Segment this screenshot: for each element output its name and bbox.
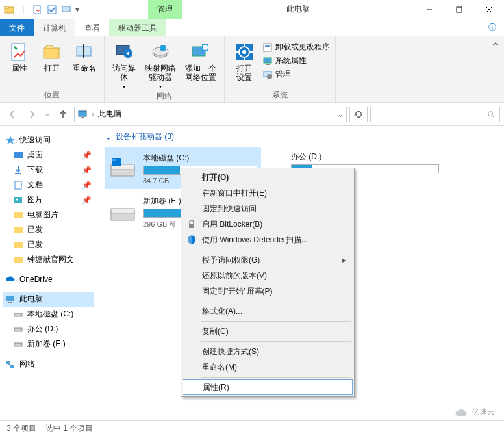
drive-name: 本地磁盘 (C:) bbox=[143, 153, 257, 164]
folder-icon bbox=[13, 225, 23, 235]
section-header[interactable]: ⌄ 设备和驱动器 (3) bbox=[105, 131, 496, 142]
manage-button[interactable]: 管理 bbox=[262, 69, 330, 80]
svg-rect-46 bbox=[14, 257, 23, 263]
sidebar-pictures[interactable]: 图片📌 bbox=[3, 192, 94, 207]
breadcrumb[interactable]: 此电脑 bbox=[98, 109, 121, 120]
sidebar-folder-yifa1[interactable]: 已发 bbox=[3, 222, 94, 237]
sidebar-desktop[interactable]: 桌面📌 bbox=[3, 147, 94, 162]
sidebar-folder-zhongtang[interactable]: 钟塘献官网文 bbox=[3, 252, 94, 267]
svg-line-38 bbox=[492, 115, 495, 118]
sidebar-drive-c[interactable]: 本地磁盘 (C:) bbox=[3, 307, 94, 322]
svg-rect-36 bbox=[81, 117, 84, 118]
add-network-location-button[interactable]: 添加一个 网络位置 bbox=[183, 39, 219, 83]
minimize-button[interactable] bbox=[414, 0, 444, 19]
sidebar-quick-access[interactable]: 快速访问 bbox=[3, 133, 94, 147]
rename-button[interactable]: 重命名 bbox=[70, 39, 99, 73]
sidebar-downloads[interactable]: 下载📌 bbox=[3, 162, 94, 177]
ctx-pin-quick[interactable]: 固定到快速访问 bbox=[183, 201, 353, 216]
maximize-button[interactable] bbox=[444, 0, 474, 19]
context-menu: 打开(O) 在新窗口中打开(E) 固定到快速访问 启用 BitLocker(B)… bbox=[181, 168, 355, 397]
forward-button[interactable] bbox=[23, 106, 40, 123]
help-icon[interactable]: ⓘ bbox=[488, 22, 500, 33]
sidebar-documents[interactable]: 文档📌 bbox=[3, 177, 94, 192]
svg-rect-58 bbox=[112, 159, 116, 161]
open-settings-button[interactable]: 打开 设置 bbox=[230, 39, 258, 83]
ctx-rename[interactable]: 重命名(M) bbox=[183, 359, 353, 375]
tab-file[interactable]: 文件 bbox=[0, 19, 34, 36]
system-properties-button[interactable]: 系统属性 bbox=[262, 55, 330, 66]
tab-drive-tools[interactable]: 驱动器工具 bbox=[109, 19, 166, 36]
sidebar-folder-yifa2[interactable]: 已发 bbox=[3, 237, 94, 252]
folder-icon bbox=[4, 5, 14, 15]
pin-icon: 📌 bbox=[82, 166, 92, 175]
recent-locations-button[interactable] bbox=[43, 106, 52, 123]
ribbon-group-location: 属性 打开 重命名 位置 bbox=[0, 36, 105, 102]
ctx-restore[interactable]: 还原以前的版本(V) bbox=[183, 268, 353, 283]
checkbox-qat-icon[interactable] bbox=[47, 5, 57, 15]
back-button[interactable] bbox=[4, 106, 21, 123]
ribbon-group-network: 访问媒体▾ 映射网络 驱动器▾ 添加一个 网络位置 网络 bbox=[105, 36, 225, 102]
ctx-bitlocker[interactable]: 启用 BitLocker(B) bbox=[183, 216, 353, 232]
ctx-format[interactable]: 格式化(A)... bbox=[183, 303, 353, 319]
svg-rect-53 bbox=[10, 365, 14, 368]
svg-rect-51 bbox=[14, 343, 22, 346]
properties-button[interactable]: 属性 bbox=[5, 39, 34, 73]
ctx-create-shortcut[interactable]: 创建快捷方式(S) bbox=[183, 344, 353, 359]
up-button[interactable] bbox=[55, 106, 71, 123]
tab-view[interactable]: 查看 bbox=[75, 19, 109, 36]
ctx-pin-start[interactable]: 固定到"开始"屏幕(P) bbox=[183, 283, 353, 299]
refresh-button[interactable] bbox=[349, 107, 368, 122]
access-media-button[interactable]: 访问媒体▾ bbox=[110, 39, 138, 90]
ctx-defender[interactable]: 使用 Windows Defender扫描... bbox=[183, 232, 353, 248]
qat-overflow-icon[interactable]: ▾ bbox=[75, 5, 79, 14]
sidebar-onedrive[interactable]: OneDrive bbox=[3, 272, 94, 287]
svg-rect-48 bbox=[8, 302, 12, 303]
tab-computer[interactable]: 计算机 bbox=[34, 19, 75, 36]
svg-rect-39 bbox=[14, 152, 23, 158]
address-bar[interactable]: › 此电脑 ⌄ bbox=[74, 107, 347, 122]
map-drive-button[interactable]: 映射网络 驱动器▾ bbox=[142, 39, 179, 90]
window-title: 此电脑 bbox=[182, 0, 414, 19]
close-button[interactable] bbox=[474, 0, 504, 19]
svg-point-21 bbox=[203, 45, 208, 50]
qat-dropdown-icon[interactable] bbox=[61, 5, 71, 15]
svg-point-34 bbox=[267, 74, 272, 79]
svg-line-54 bbox=[8, 364, 12, 365]
ctx-properties[interactable]: 属性(R) bbox=[183, 379, 353, 395]
svg-rect-50 bbox=[14, 328, 22, 331]
folder-icon bbox=[13, 255, 23, 265]
drive-name: 办公 (D:) bbox=[291, 151, 439, 162]
ctx-grant-access[interactable]: 授予访问权限(G)▸ bbox=[183, 252, 353, 268]
search-input[interactable] bbox=[370, 107, 500, 122]
ctx-open-new-window[interactable]: 在新窗口中打开(E) bbox=[183, 185, 353, 201]
open-button[interactable]: 打开 bbox=[38, 39, 66, 73]
ctx-open[interactable]: 打开(O) bbox=[183, 170, 353, 185]
properties-qat-icon[interactable] bbox=[32, 5, 43, 15]
svg-point-24 bbox=[242, 50, 246, 54]
ribbon: 属性 打开 重命名 位置 访问媒体▾ 映射网络 驱动器▾ 添加一个 网络位置 网… bbox=[0, 36, 504, 103]
svg-rect-43 bbox=[14, 212, 23, 218]
this-pc-icon bbox=[5, 294, 16, 305]
collapse-ribbon-button[interactable] bbox=[487, 36, 504, 102]
svg-rect-41 bbox=[14, 197, 22, 203]
svg-rect-30 bbox=[265, 45, 270, 47]
picture-icon bbox=[13, 195, 23, 205]
sidebar-this-pc[interactable]: 此电脑 bbox=[3, 292, 94, 307]
svg-rect-47 bbox=[6, 296, 14, 301]
sidebar-folder-pc-pictures[interactable]: 电脑图片 bbox=[3, 207, 94, 222]
drive-icon bbox=[13, 339, 23, 350]
folder-icon bbox=[13, 240, 23, 250]
svg-point-42 bbox=[16, 198, 18, 200]
svg-rect-35 bbox=[79, 111, 86, 116]
svg-rect-49 bbox=[14, 313, 22, 316]
svg-rect-3 bbox=[34, 6, 40, 14]
sidebar-drive-d[interactable]: 办公 (D:) bbox=[3, 322, 94, 337]
ctx-copy[interactable]: 复制(C) bbox=[183, 324, 353, 339]
cloud-icon bbox=[5, 274, 16, 285]
svg-rect-60 bbox=[111, 209, 134, 214]
uninstall-programs-button[interactable]: 卸载或更改程序 bbox=[262, 42, 330, 53]
address-dropdown-icon[interactable]: ⌄ bbox=[337, 110, 344, 119]
sidebar-network[interactable]: 网络 bbox=[3, 357, 94, 372]
sidebar-drive-e[interactable]: 新加卷 (E:) bbox=[3, 337, 94, 352]
lock-icon bbox=[186, 219, 197, 229]
